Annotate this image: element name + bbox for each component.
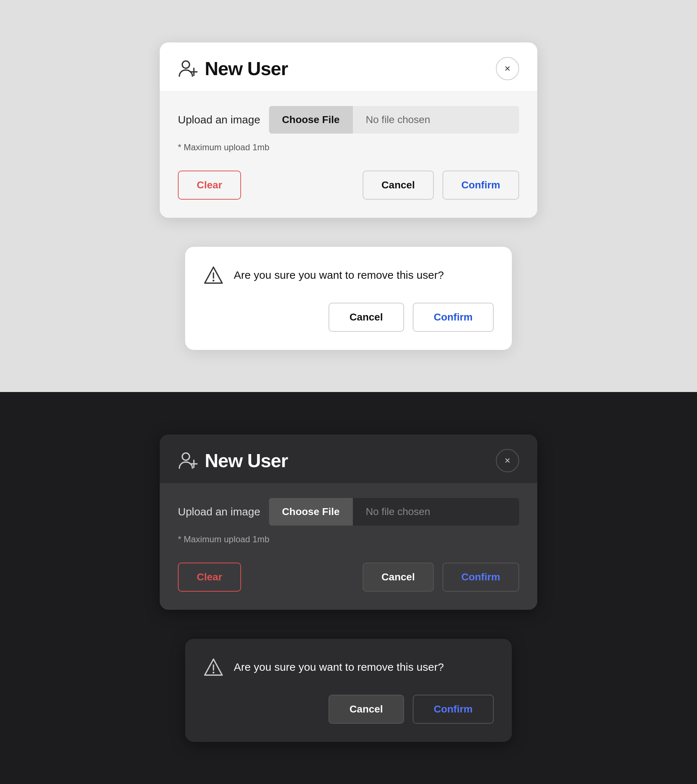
upload-label-dark: Upload an image: [178, 506, 260, 518]
close-button-light[interactable]: ×: [496, 57, 519, 80]
cancel-button-light[interactable]: Cancel: [363, 171, 434, 199]
modal-body-light: Upload an image Choose File No file chos…: [160, 91, 537, 218]
upload-label-light: Upload an image: [178, 114, 260, 126]
modal-header-left: New User: [178, 58, 288, 79]
confirm-dialog-light: Are you sure you want to remove this use…: [185, 247, 512, 350]
max-upload-note-dark: * Maximum upload 1mb: [178, 534, 519, 544]
max-upload-note-light: * Maximum upload 1mb: [178, 142, 519, 152]
file-upload-row-light: Upload an image Choose File No file chos…: [178, 106, 519, 133]
new-user-modal-dark: New User × Upload an image Choose File N…: [160, 435, 537, 610]
modal-footer-light: Clear Cancel Confirm: [178, 171, 519, 199]
close-button-dark[interactable]: ×: [496, 449, 519, 472]
modal-header-left-dark: New User: [178, 450, 288, 471]
choose-file-button-light[interactable]: Choose File: [269, 106, 353, 133]
file-name-display-light: No file chosen: [353, 106, 519, 133]
svg-point-4: [213, 280, 214, 281]
close-icon-light: ×: [504, 63, 511, 74]
file-name-display-dark: No file chosen: [353, 498, 519, 525]
confirm-dialog-text-light: Are you sure you want to remove this use…: [234, 269, 444, 281]
warning-icon-dark: [203, 657, 224, 677]
confirm-dialog-message-light: Are you sure you want to remove this use…: [203, 265, 494, 285]
dialog-confirm-button-dark[interactable]: Confirm: [413, 695, 494, 724]
svg-point-9: [213, 672, 214, 673]
light-theme-section: New User × Upload an image Choose File N…: [0, 0, 697, 392]
close-icon-dark: ×: [504, 455, 511, 466]
confirm-button-dark[interactable]: Confirm: [443, 563, 519, 591]
modal-title-light: New User: [205, 58, 288, 79]
confirm-dialog-message-dark: Are you sure you want to remove this use…: [203, 657, 494, 677]
cancel-button-dark[interactable]: Cancel: [363, 563, 434, 591]
choose-file-button-dark[interactable]: Choose File: [269, 498, 353, 525]
dialog-cancel-button-dark[interactable]: Cancel: [328, 695, 404, 724]
user-add-icon-dark: [178, 451, 198, 470]
clear-button-dark[interactable]: Clear: [178, 563, 241, 591]
new-user-modal-light: New User × Upload an image Choose File N…: [160, 43, 537, 218]
clear-button-light[interactable]: Clear: [178, 171, 241, 199]
file-input-container-light: Choose File No file chosen: [269, 106, 519, 133]
dialog-cancel-button-light[interactable]: Cancel: [328, 303, 404, 332]
dark-theme-section: New User × Upload an image Choose File N…: [0, 392, 697, 784]
modal-header-dark: New User ×: [160, 435, 537, 483]
modal-title-dark: New User: [205, 450, 288, 471]
modal-footer-dark: Clear Cancel Confirm: [178, 563, 519, 591]
confirm-dialog-actions-light: Cancel Confirm: [203, 303, 494, 332]
dialog-confirm-button-light[interactable]: Confirm: [413, 303, 494, 332]
confirm-button-light[interactable]: Confirm: [443, 171, 519, 199]
svg-point-5: [182, 453, 189, 460]
confirm-dialog-actions-dark: Cancel Confirm: [203, 695, 494, 724]
file-upload-row-dark: Upload an image Choose File No file chos…: [178, 498, 519, 525]
warning-icon-light: [203, 265, 224, 285]
confirm-dialog-dark: Are you sure you want to remove this use…: [185, 639, 512, 742]
file-input-container-dark: Choose File No file chosen: [269, 498, 519, 525]
confirm-dialog-text-dark: Are you sure you want to remove this use…: [234, 661, 444, 673]
modal-body-dark: Upload an image Choose File No file chos…: [160, 483, 537, 610]
user-add-icon: [178, 59, 198, 78]
svg-point-0: [182, 61, 189, 68]
modal-header-light: New User ×: [160, 43, 537, 91]
